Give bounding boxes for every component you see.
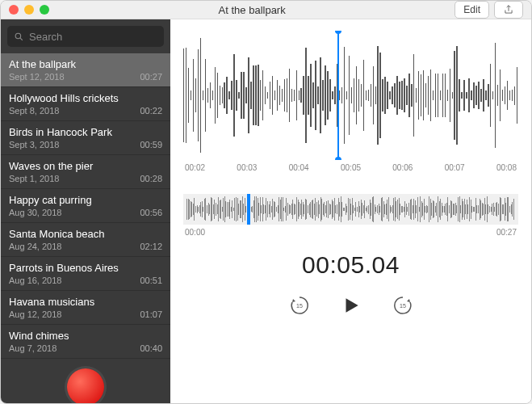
waveform-main[interactable]: 00:0200:0300:0400:0500:0600:0700:08 — [183, 31, 518, 176]
tick-label: 00:08 — [496, 163, 517, 176]
playhead[interactable] — [337, 31, 339, 160]
search-icon — [14, 32, 24, 42]
minimize-icon[interactable] — [24, 5, 34, 15]
detail-pane: 00:0200:0300:0400:0500:0600:0700:08 00:0… — [170, 19, 531, 404]
list-item[interactable]: Wind chimesAug 7, 201800:40 — [1, 325, 170, 359]
svg-text:15: 15 — [296, 303, 303, 309]
share-button[interactable] — [494, 1, 523, 19]
recording-duration: 00:59 — [140, 140, 162, 149]
recording-date: Aug 30, 2018 — [9, 208, 61, 217]
skip-forward-button[interactable]: 15 — [391, 293, 415, 318]
recording-duration: 01:07 — [140, 309, 162, 319]
overview-playhead[interactable] — [247, 194, 250, 225]
recording-date: Sept 8, 2018 — [9, 106, 59, 116]
playback-controls: 15 15 — [183, 293, 518, 318]
recording-title: Parrots in Buenos Aires — [9, 262, 162, 274]
skip-back-icon: 15 — [288, 294, 311, 317]
overview-end: 00:27 — [496, 228, 517, 237]
recording-title: Havana musicians — [9, 296, 162, 308]
recording-duration: 00:28 — [140, 174, 162, 183]
tick-label: 00:02 — [185, 163, 205, 176]
list-item[interactable]: Hollywood Hills cricketsSept 8, 201800:2… — [1, 87, 170, 121]
time-ticks: 00:0200:0300:0400:0500:0600:0700:08 — [183, 160, 518, 176]
recording-date: Aug 16, 2018 — [9, 276, 61, 285]
play-icon — [341, 295, 362, 316]
recording-date: Aug 24, 2018 — [9, 242, 61, 251]
waveform-overview[interactable] — [183, 194, 518, 225]
window-title: At the ballpark — [49, 4, 455, 16]
tick-label: 00:07 — [445, 163, 465, 176]
recording-title: Birds in Hancock Park — [9, 126, 162, 138]
recording-duration: 00:27 — [140, 72, 162, 82]
recording-title: Santa Monica beach — [9, 228, 162, 240]
list-item[interactable]: Havana musiciansAug 12, 201801:07 — [1, 291, 170, 325]
recording-date: Aug 12, 2018 — [9, 309, 61, 319]
recording-date: Sept 3, 2018 — [9, 140, 59, 149]
close-icon[interactable] — [9, 5, 19, 15]
list-item[interactable]: Happy cat purringAug 30, 201800:56 — [1, 189, 170, 223]
list-item[interactable]: At the ballparkSept 12, 201800:27 — [1, 53, 170, 87]
traffic-lights — [9, 5, 49, 15]
recordings-list: At the ballparkSept 12, 201800:27Hollywo… — [1, 53, 170, 359]
zoom-icon[interactable] — [40, 5, 49, 15]
share-icon — [503, 4, 514, 15]
skip-back-button[interactable]: 15 — [287, 293, 312, 318]
list-item[interactable]: Waves on the pierSept 1, 201800:28 — [1, 155, 170, 189]
recording-duration: 02:12 — [140, 242, 162, 251]
tick-label: 00:04 — [289, 163, 309, 176]
tick-label: 00:05 — [341, 163, 361, 176]
recording-title: Waves on the pier — [9, 160, 162, 172]
skip-forward-icon: 15 — [392, 294, 414, 317]
recording-duration: 00:22 — [140, 106, 162, 116]
list-item[interactable]: Parrots in Buenos AiresAug 16, 201800:51 — [1, 257, 170, 291]
svg-point-0 — [15, 33, 21, 39]
recording-duration: 00:40 — [140, 343, 162, 353]
edit-button[interactable]: Edit — [455, 1, 489, 19]
overview-start: 00:00 — [185, 228, 205, 237]
tick-label: 00:06 — [392, 163, 413, 176]
recording-title: Hollywood Hills crickets — [9, 92, 162, 104]
record-button[interactable] — [67, 368, 104, 404]
tick-label: 00:03 — [237, 163, 257, 176]
recording-date: Aug 7, 2018 — [9, 343, 57, 353]
recording-duration: 00:51 — [140, 276, 162, 285]
recording-title: At the ballpark — [9, 58, 162, 70]
svg-text:15: 15 — [400, 303, 406, 309]
list-item[interactable]: Santa Monica beachAug 24, 201802:12 — [1, 223, 170, 257]
search-placeholder: Search — [29, 31, 62, 43]
recording-title: Wind chimes — [9, 330, 162, 342]
recording-date: Sept 12, 2018 — [9, 72, 65, 82]
recording-date: Sept 1, 2018 — [9, 174, 59, 183]
titlebar: At the ballpark Edit — [1, 1, 531, 19]
play-button[interactable] — [339, 293, 363, 318]
sidebar: Search At the ballparkSept 12, 201800:27… — [1, 19, 170, 404]
current-time: 00:05.04 — [183, 251, 518, 279]
search-input[interactable]: Search — [7, 26, 164, 47]
recording-duration: 00:56 — [140, 208, 162, 217]
list-item[interactable]: Birds in Hancock ParkSept 3, 201800:59 — [1, 121, 170, 155]
recording-title: Happy cat purring — [9, 194, 162, 206]
